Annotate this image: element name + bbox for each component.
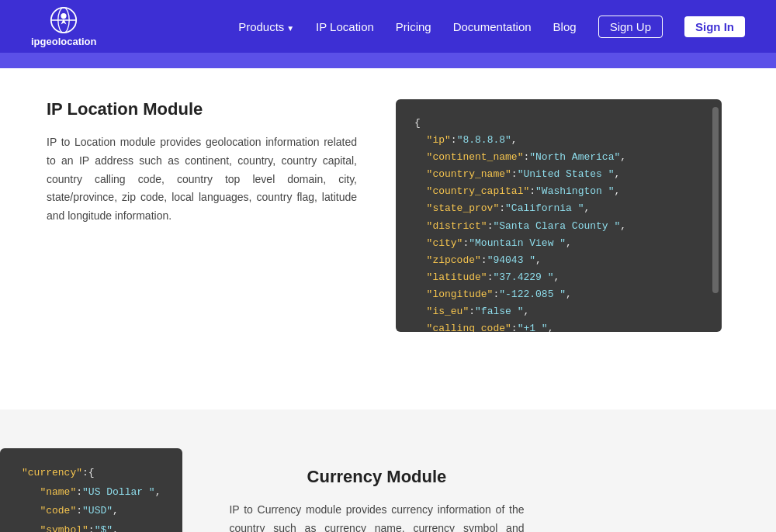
svg-point-3: [61, 13, 67, 19]
currency-text: Currency Module IP to Currency module pr…: [229, 467, 524, 532]
ip-location-code-container: { "ip":"8.8.8.8", "continent_name":"Nort…: [396, 99, 722, 332]
nav-products[interactable]: Products: [238, 20, 294, 33]
ip-location-description: IP to Location module provides geolocati…: [47, 133, 357, 226]
logo-icon: [50, 6, 78, 34]
scrollbar[interactable]: [712, 107, 719, 293]
nav-ip-location[interactable]: IP Location: [316, 20, 374, 33]
ip-location-text: IP Location Module IP to Location module…: [47, 99, 357, 226]
signin-button[interactable]: Sign In: [684, 16, 745, 37]
signup-button[interactable]: Sign Up: [598, 16, 663, 38]
nav-documentation[interactable]: Documentation: [453, 20, 532, 33]
navbar-links: Products IP Location Pricing Documentati…: [238, 16, 745, 38]
navbar: ipgeolocation Products IP Location Prici…: [0, 0, 776, 53]
ip-location-section: IP Location Module IP to Location module…: [47, 99, 729, 332]
logo-link[interactable]: ipgeolocation: [31, 6, 97, 47]
logo-text: ipgeolocation: [31, 36, 97, 47]
ip-location-title: IP Location Module: [47, 99, 357, 119]
nav-blog[interactable]: Blog: [553, 20, 577, 33]
ip-location-code-block: { "ip":"8.8.8.8", "continent_name":"Nort…: [396, 99, 722, 332]
nav-pricing[interactable]: Pricing: [396, 20, 431, 33]
banner-strip: [0, 53, 776, 68]
currency-description: IP to Currency module provides currency …: [229, 501, 524, 532]
currency-title: Currency Module: [229, 467, 524, 487]
main-content: IP Location Module IP to Location module…: [0, 68, 776, 409]
currency-code-block: "currency":{ "name":"US Dollar ", "code"…: [0, 448, 182, 532]
currency-section: "currency":{ "name":"US Dollar ", "code"…: [0, 409, 776, 532]
